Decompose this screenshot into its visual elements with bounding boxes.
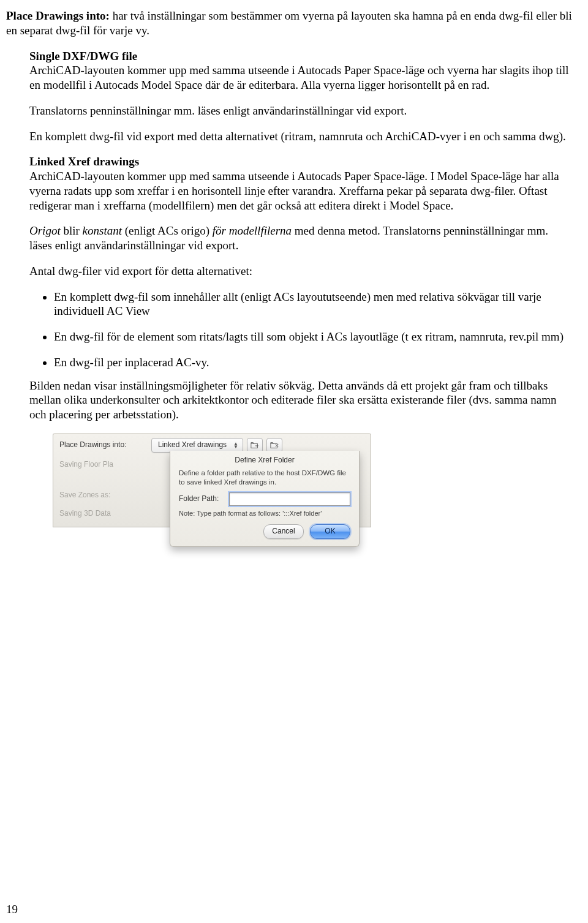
sheet-note: Note: Type path format as follows: ':::X… (179, 510, 350, 518)
linked-p2: Origot blir konstant (enligt ACs origo) … (29, 224, 573, 253)
dialog-screenshot: Place Drawings into: Linked Xref drawing… (53, 433, 573, 527)
dropdown-value: Linked Xref drawings (158, 440, 227, 450)
intro-paragraph: Place Drawings into: har två inställning… (6, 9, 573, 38)
define-xref-folder-sheet: Define Xref Folder Define a folder path … (170, 451, 360, 547)
ok-button[interactable]: OK (310, 524, 350, 539)
linked-p1: ArchiCAD-layouten kommer upp med samma u… (29, 170, 559, 212)
single-p2: Translatorns penninställningar mm. läses… (29, 104, 573, 118)
linked-p2-i1: Origot (29, 224, 61, 237)
list-item: En dwg-fil för de element som ritats/lag… (54, 330, 573, 344)
single-section: Single DXF/DWG file ArchiCAD-layouten ko… (29, 49, 573, 92)
place-drawings-label: Place Drawings into: (59, 440, 151, 450)
intro-lead-bold: Place Drawings into: (6, 9, 110, 22)
linked-p3: Antal dwg-filer vid export för detta alt… (29, 264, 573, 279)
linked-p2-i2: konstant (83, 224, 122, 237)
list-item: En dwg-fil per inplacerad AC-vy. (54, 355, 573, 370)
folder-arrow-icon (251, 441, 259, 450)
linked-p2-t1: blir (61, 224, 83, 237)
linked-heading: Linked Xref drawings (29, 155, 139, 168)
settings-panel: Place Drawings into: Linked Xref drawing… (53, 433, 371, 527)
linked-p2-t2: (enligt ACs origo) (122, 224, 213, 237)
folder-path-label: Folder Path: (179, 494, 229, 503)
single-p3: En komplett dwg-fil vid export med detta… (29, 129, 573, 144)
saving-3d-label: Saving 3D Data (59, 509, 151, 518)
linked-section: Linked Xref drawings ArchiCAD-layouten k… (29, 154, 573, 213)
sheet-description: Define a folder path relative to the hos… (179, 469, 350, 488)
save-zones-label: Save Zones as: (59, 491, 151, 500)
single-heading: Single DXF/DWG file (29, 50, 137, 62)
folder-path-input[interactable] (229, 492, 350, 506)
sheet-title: Define Xref Folder (179, 456, 350, 465)
svg-rect-1 (271, 443, 277, 448)
linked-p4: Bilden nedan visar inställningsmöjlighet… (29, 379, 573, 422)
saving-floor-label: Saving Floor Pla (59, 460, 151, 469)
linked-p2-i3: för modellfilerna (213, 224, 292, 237)
folder-x-icon (270, 441, 279, 450)
list-item: En komplett dwg-fil som innehåller allt … (54, 290, 573, 319)
cancel-button[interactable]: Cancel (263, 524, 304, 539)
page-number: 19 (6, 902, 18, 917)
bullet-list: En komplett dwg-fil som innehåller allt … (29, 290, 573, 370)
updown-caret-icon: ▲▼ (232, 442, 240, 448)
single-p1: ArchiCAD-layouten kommer upp med samma u… (29, 64, 569, 91)
